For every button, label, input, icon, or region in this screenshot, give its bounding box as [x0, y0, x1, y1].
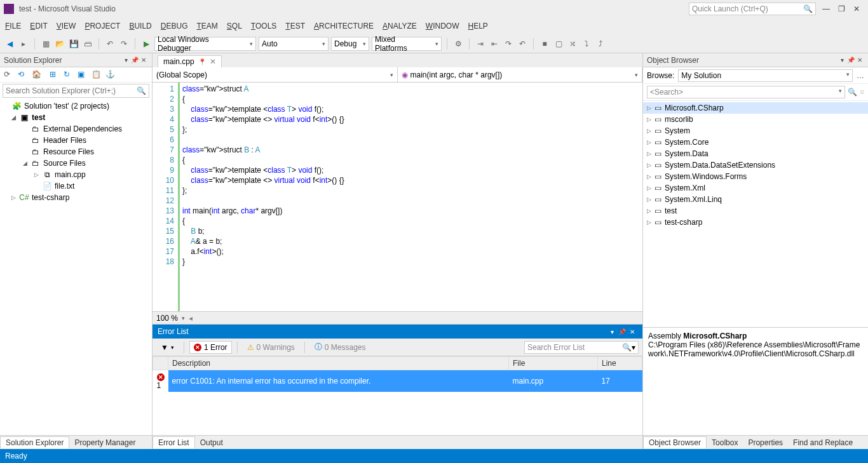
nav-back-icon[interactable]: ◀ [4, 38, 15, 50]
refresh-icon[interactable]: ↻ [64, 70, 74, 80]
menu-project[interactable]: PROJECT [85, 22, 120, 30]
collapse-icon[interactable]: ▣ [78, 70, 88, 80]
menu-edit[interactable]: EDIT [30, 22, 47, 30]
menu-debug[interactable]: DEBUG [161, 22, 188, 30]
menu-analyze[interactable]: ANALYZE [383, 22, 417, 30]
step-over-icon[interactable]: ⤭ [567, 38, 578, 50]
col-file[interactable]: File [509, 357, 598, 370]
debugger-combo[interactable]: Local Windows Debugger [154, 37, 256, 51]
ob-item[interactable]: ▷▭System.Data [643, 148, 868, 159]
panel-menu-icon[interactable]: ▾ [607, 328, 617, 335]
undo-icon[interactable]: ↶ [104, 38, 116, 50]
ob-item[interactable]: ▷▭System.Xml [643, 182, 868, 194]
panel-close-icon[interactable]: ✕ [627, 328, 637, 335]
panel-close-icon[interactable]: ✕ [855, 57, 864, 64]
show-all-icon[interactable]: 📋 [92, 70, 102, 80]
ob-item[interactable]: ▷▭System.Core [643, 137, 868, 148]
menu-test[interactable]: TEST [285, 22, 305, 30]
bottom-tab[interactable]: Object Browser [643, 436, 707, 448]
pin-icon[interactable]: 📌 [130, 57, 139, 64]
frame-icon[interactable]: ▢ [553, 38, 564, 50]
messages-chip[interactable]: ⓘ0 Messages [310, 340, 370, 354]
ob-item[interactable]: ▷▭System.Windows.Forms [643, 171, 868, 182]
error-search[interactable]: Search Error List🔍▾ [524, 341, 639, 354]
ob-item[interactable]: ▷▭mscorlib [643, 114, 868, 125]
menu-tools[interactable]: TOOLS [251, 22, 276, 30]
step-icon-2[interactable]: ↶ [517, 38, 528, 50]
resource-files[interactable]: 🗀Resource Files [0, 146, 152, 158]
platform-combo[interactable]: Mixed Platforms [372, 37, 442, 51]
filter-dropdown[interactable]: ▼ ▾ [156, 341, 179, 354]
project-test[interactable]: ◢▣test [0, 112, 152, 123]
pin-icon[interactable]: 📍 [198, 58, 206, 65]
solution-search[interactable]: 🔍 [3, 84, 149, 98]
source-files[interactable]: ◢🗀Source Files [0, 158, 152, 169]
tab-close-icon[interactable]: ✕ [210, 57, 216, 66]
ob-item[interactable]: ▷▭System.Xml.Linq [643, 194, 868, 205]
menu-build[interactable]: BUILD [129, 22, 151, 30]
browse-settings-icon[interactable]: … [857, 71, 864, 80]
external-deps[interactable]: 🗀External Dependencies [0, 123, 152, 135]
restore-button[interactable]: ❐ [834, 4, 849, 13]
scope-combo[interactable]: (Global Scope) [153, 67, 398, 82]
bottom-tab[interactable]: Find and Replace [788, 437, 858, 448]
quick-launch-input[interactable]: Quick Launch (Ctrl+Q)🔍 [689, 3, 816, 15]
redo-icon[interactable]: ↷ [118, 38, 130, 50]
solution-search-input[interactable] [3, 84, 134, 97]
stop-icon[interactable]: ■ [539, 38, 550, 50]
header-files[interactable]: 🗀Header Files [0, 135, 152, 146]
bottom-tab[interactable]: Property Manager [69, 437, 140, 448]
member-combo[interactable]: ◉main(int argc, char * argv[]) [398, 67, 643, 82]
scope-icon[interactable]: ⊞ [50, 70, 60, 80]
panel-close-icon[interactable]: ✕ [139, 57, 148, 64]
code-content[interactable]: class="kw">struct A{ class="kw">template… [178, 83, 642, 311]
browse-combo[interactable]: My Solution [678, 69, 853, 82]
bottom-tab[interactable]: Output [195, 437, 228, 448]
ob-item[interactable]: ▷▭Microsoft.CSharp [643, 102, 868, 114]
solution-root[interactable]: 🧩Solution 'test' (2 projects) [0, 100, 152, 112]
bottom-tab[interactable]: Toolbox [707, 437, 743, 448]
project-test-csharp[interactable]: ▷C#test-csharp [0, 192, 152, 203]
minimize-button[interactable]: — [818, 4, 834, 13]
indent-icon[interactable]: ⇥ [475, 38, 486, 50]
bottom-tab[interactable]: Solution Explorer [0, 436, 69, 448]
pin-icon[interactable]: 📌 [846, 57, 855, 64]
panel-menu-icon[interactable]: ▾ [837, 57, 846, 64]
menu-team[interactable]: TEAM [196, 22, 217, 30]
ob-search-input[interactable]: <Search> [647, 86, 845, 98]
step-out-icon[interactable]: ⤴ [595, 38, 606, 50]
clear-icon[interactable]: ≡ [860, 88, 864, 97]
tool-icon-1[interactable]: ⚙ [452, 38, 464, 50]
panel-menu-icon[interactable]: ▾ [121, 57, 130, 64]
save-icon[interactable]: 💾 [68, 38, 79, 50]
auto-combo[interactable]: Auto [259, 37, 329, 51]
error-row[interactable]: ✕1 error C1001: An internal error has oc… [153, 370, 642, 393]
sync-icon[interactable]: ⟲ [18, 70, 28, 80]
properties-icon[interactable]: ⚓ [105, 70, 116, 80]
warnings-chip[interactable]: ⚠0 Warnings [243, 341, 299, 354]
menu-help[interactable]: HELP [468, 22, 488, 30]
tab-main-cpp[interactable]: main.cpp 📍 ✕ [158, 55, 222, 67]
code-editor[interactable]: 123456789101112131415161718 class="kw">s… [153, 83, 642, 311]
ob-item[interactable]: ▷▭test-csharp [643, 217, 868, 228]
col-line[interactable]: Line [598, 357, 642, 370]
menu-architecture[interactable]: ARCHITECTURE [314, 22, 374, 30]
open-file-icon[interactable]: 📂 [54, 38, 65, 50]
zoom-value[interactable]: 100 % [156, 314, 178, 323]
hscroll-left-icon[interactable]: ◂ [189, 314, 193, 323]
close-button[interactable]: ✕ [849, 4, 864, 13]
home2-icon[interactable]: 🏠 [32, 70, 42, 80]
home-icon[interactable]: ⟳ [4, 70, 14, 80]
errors-chip[interactable]: ✕1 Error [189, 341, 232, 354]
pin-icon[interactable]: 📌 [617, 328, 627, 335]
col-description[interactable]: Description [168, 357, 509, 370]
step-into-icon[interactable]: ⤵ [581, 38, 592, 50]
new-project-icon[interactable]: ▦ [40, 38, 51, 50]
menu-file[interactable]: FILE [5, 22, 21, 30]
ob-item[interactable]: ▷▭test [643, 205, 868, 217]
menu-sql[interactable]: SQL [227, 22, 242, 30]
nav-fwd-icon[interactable]: ▸ [18, 38, 29, 50]
search-icon[interactable]: 🔍 [848, 88, 857, 97]
bottom-tab[interactable]: Properties [743, 437, 788, 448]
ob-item[interactable]: ▷▭System.Data.DataSetExtensions [643, 159, 868, 171]
